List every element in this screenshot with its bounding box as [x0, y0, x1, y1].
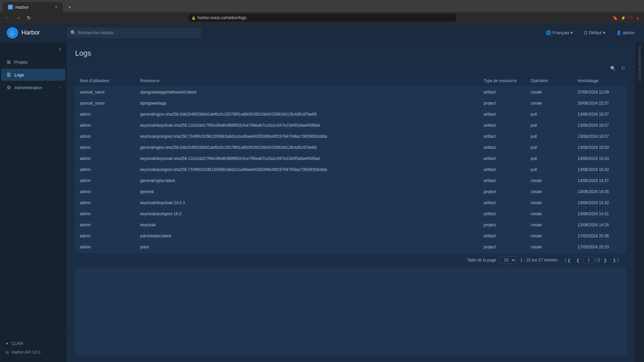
table-row: admin keycloak/keycloak:24.0.3 artifact … — [75, 197, 627, 208]
clair-icon: ✦ — [5, 341, 9, 346]
cell-timestamp: 27/06/2024 12:09 — [573, 87, 627, 98]
theme-icon: ⊡ — [584, 30, 587, 35]
table-row: samuel_sams djangowebapp/helloworld:late… — [75, 87, 627, 98]
cell-operation: pull — [526, 142, 573, 153]
col-header-username: Nom d'utilisateur — [75, 75, 136, 87]
table-row: admin keycloak/postgres:sha256:7349f0c52… — [75, 164, 627, 175]
bookmark-icon[interactable]: 🔖 — [612, 15, 618, 20]
language-selector[interactable]: 🌐 Français ▾ — [543, 29, 576, 37]
cell-resource: keycloak/keycloak:24.0.3 — [136, 197, 479, 208]
admin-icon: ⚙ — [7, 85, 11, 90]
cell-timestamp: 26/06/2024 22:37 — [573, 98, 627, 109]
cell-resource-type: artifact — [479, 175, 526, 186]
main-content: Logs 🔍 ↻ Nom d'utilisateur Ressource Typ… — [67, 42, 635, 362]
back-button[interactable]: ← — [4, 14, 11, 22]
cell-resource: pdns — [136, 242, 479, 253]
cell-timestamp: 13/06/2024 15:50 — [573, 142, 627, 153]
page-size-select[interactable]: 15 25 50 — [500, 256, 516, 264]
cell-timestamp: 13/06/2024 14:32 — [573, 197, 627, 208]
search-bar[interactable]: 🔍 Recherche Harbor... — [67, 27, 201, 38]
search-button[interactable]: 🔍 — [609, 64, 617, 72]
theme-chevron-icon: ▾ — [603, 30, 605, 35]
tab-favicon: ⚓ — [8, 5, 13, 9]
tab-close-button[interactable]: ✕ — [55, 5, 58, 9]
cell-resource: general — [136, 186, 479, 197]
sidebar-collapse-button[interactable]: « — [0, 42, 67, 56]
cell-operation: pull — [526, 131, 573, 142]
cell-timestamp: 17/05/2024 20:36 — [573, 231, 627, 242]
sidebar-harbor-api[interactable]: ◎ Harbor API V2.0 — [5, 348, 61, 357]
cell-username: admin — [75, 153, 136, 164]
cell-operation: create — [526, 175, 573, 186]
sidebar-item-logs[interactable]: ☰ Logs — [1, 69, 65, 81]
table-row: admin keycloak/postgres:sha256:7349f0c52… — [75, 131, 627, 142]
cell-operation: pull — [526, 153, 573, 164]
cell-resource: general/nginx:sha256:0db204f933b6d1def0c… — [136, 109, 479, 120]
cell-operation: create — [526, 197, 573, 208]
cell-operation: create — [526, 87, 573, 98]
refresh-button[interactable]: ↻ — [620, 64, 627, 72]
cell-resource: keycloak/keycloak:sha256:132e2dd17f64c0f… — [136, 120, 479, 131]
sidebar-bottom: ✦ CLAIR ◎ Harbor API V2.0 — [0, 334, 67, 362]
cell-username: admin — [75, 131, 136, 142]
page-title: Logs — [75, 49, 627, 58]
cell-operation: pull — [526, 164, 573, 175]
last-page-button[interactable]: ❯❘ — [610, 257, 622, 264]
extensions-icon[interactable]: ⚡ — [621, 15, 626, 20]
cell-resource: keycloak — [136, 220, 479, 231]
cell-resource-type: project — [479, 98, 526, 109]
cell-timestamp: 13/06/2024 15:43 — [573, 153, 627, 164]
table-row: admin keycloak/postgres:16.0 artifact cr… — [75, 208, 627, 220]
browser-toolbar: ← → ↻ 🔒 harbor.onesi.ca/harbor/logs 🔖 ⚡ … — [0, 12, 644, 23]
new-tab-icon: + — [68, 5, 71, 10]
cell-username: admin — [75, 175, 136, 186]
tab-title: Harbor — [15, 5, 29, 10]
reload-button[interactable]: ↻ — [25, 14, 32, 22]
api-icon: ◎ — [5, 350, 9, 355]
cell-username: admin — [75, 142, 136, 153]
cell-resource: pdns/webui:latest — [136, 231, 479, 242]
table-row: admin general/nginx:latest artifact crea… — [75, 175, 627, 186]
cell-resource-type: artifact — [479, 142, 526, 153]
next-page-button[interactable]: ❯ — [601, 257, 609, 264]
new-tab-button[interactable]: + — [63, 2, 76, 12]
table-row: admin keycloak project create 13/06/2024… — [75, 220, 627, 231]
browser-menu-icon[interactable]: ▲ — [636, 15, 640, 20]
sidebar-item-administration[interactable]: ⚙ Administration › — [1, 81, 65, 94]
forward-button[interactable]: → — [15, 14, 22, 22]
cell-resource-type: artifact — [479, 197, 526, 208]
table-row: admin keycloak/keycloak:sha256:132e2dd17… — [75, 120, 627, 131]
cell-username: admin — [75, 109, 136, 120]
prev-page-button[interactable]: ❮ — [574, 257, 582, 264]
sidebar-clair[interactable]: ✦ CLAIR — [5, 339, 61, 348]
address-bar[interactable]: 🔒 harbor.onesi.ca/harbor/logs — [188, 14, 457, 22]
active-tab[interactable]: ⚓ Harbor ✕ — [3, 2, 63, 12]
cell-resource-type: artifact — [479, 208, 526, 220]
table-body: samuel_sams djangowebapp/helloworld:late… — [75, 87, 627, 253]
projets-icon: ⊞ — [7, 59, 11, 65]
cell-resource: keycloak/postgres:sha256:7349f0c52961359… — [136, 131, 479, 142]
cell-resource-type: project — [479, 186, 526, 197]
header-right: 🌐 Français ▾ ⊡ Défaut ▾ 👤 admin — [543, 29, 637, 37]
cell-operation: create — [526, 98, 573, 109]
total-pages: 2 — [598, 258, 600, 262]
logo-icon: ⚓ — [7, 27, 18, 39]
cell-resource-type: artifact — [479, 153, 526, 164]
page-container: Logs 🔍 ↻ Nom d'utilisateur Ressource Typ… — [67, 42, 635, 362]
page-size-label: Taille de la page — [467, 258, 496, 262]
logo-text: Harbor — [21, 29, 40, 36]
user-menu[interactable]: 👤 admin — [613, 29, 637, 37]
cell-username: admin — [75, 120, 136, 131]
theme-selector[interactable]: ⊡ Défaut ▾ — [581, 29, 608, 37]
cell-username: admin — [75, 231, 136, 242]
lock-icon: 🔒 — [192, 16, 196, 20]
app-header: ⚓ Harbor 🔍 Recherche Harbor... 🌐 Françai… — [0, 23, 644, 42]
cell-timestamp: 13/06/2024 16:07 — [573, 120, 627, 131]
sidebar-item-projets[interactable]: ⊞ Projets — [1, 56, 65, 68]
first-page-button[interactable]: ❘❮ — [561, 257, 573, 264]
browser-chrome: ⚓ Harbor ✕ + ← → ↻ 🔒 harbor.onesi.ca/har… — [0, 0, 644, 23]
search-icon: 🔍 — [70, 30, 76, 35]
page-number-input[interactable] — [583, 257, 594, 263]
cell-resource: general/nginx:latest — [136, 175, 479, 186]
cell-username: admin — [75, 242, 136, 253]
